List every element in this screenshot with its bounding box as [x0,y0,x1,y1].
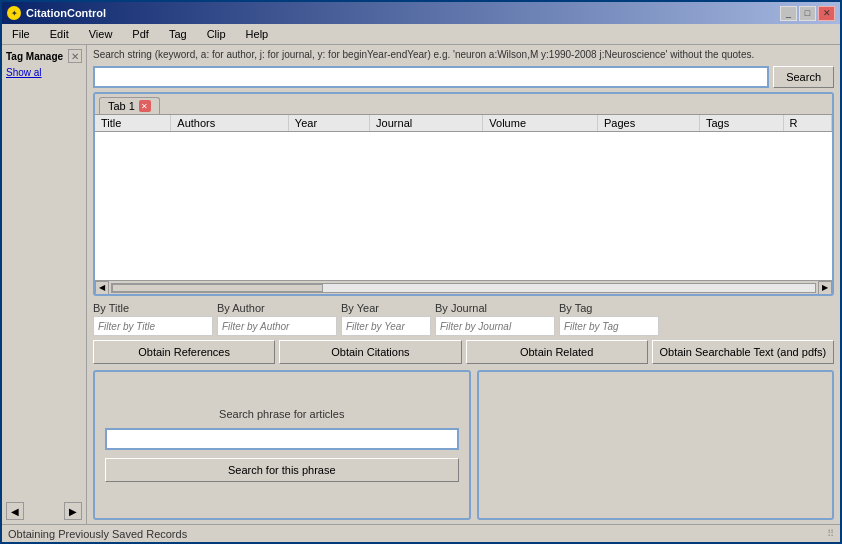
tab-container: Tab 1 ✕ Title Authors Year Journal Volum [93,92,834,296]
tab-1[interactable]: Tab 1 ✕ [99,97,160,114]
search-input-row: Search [93,66,834,88]
filter-input-year[interactable] [341,316,431,336]
sidebar: Tag Manage ✕ Show al ◀ ▶ [2,45,87,524]
window-title: CitationControl [26,7,106,19]
close-button[interactable]: ✕ [818,6,835,21]
filter-label-year: By Year [341,302,431,314]
filter-input-tag[interactable] [559,316,659,336]
tab-header: Tab 1 ✕ [95,94,832,114]
obtain-references-button[interactable]: Obtain References [93,340,275,364]
action-row: Obtain References Obtain Citations Obtai… [93,340,834,364]
obtain-related-button[interactable]: Obtain Related [466,340,648,364]
right-panel: Search string (keyword, a: for author, j… [87,45,840,524]
obtain-searchable-button[interactable]: Obtain Searchable Text (and pdfs) [652,340,834,364]
tab-1-label: Tab 1 [108,100,135,112]
filter-label-journal: By Journal [435,302,555,314]
maximize-button[interactable]: □ [799,6,816,21]
filter-label-author: By Author [217,302,337,314]
menu-help[interactable]: Help [240,26,275,42]
search-hint-row: Search string (keyword, a: for author, j… [93,49,834,60]
sidebar-title: Tag Manage [6,51,63,62]
results-table-wrapper[interactable]: Title Authors Year Journal Volume Pages … [95,114,832,280]
titlebar-left: ✦ CitationControl [7,6,106,20]
main-window: ✦ CitationControl _ □ ✕ File Edit View P… [0,0,842,544]
col-authors: Authors [171,115,288,132]
sidebar-prev-button[interactable]: ◀ [6,502,24,520]
titlebar: ✦ CitationControl _ □ ✕ [2,2,840,24]
filter-label-title: By Title [93,302,213,314]
hscroll-thumb [112,284,323,292]
col-pages: Pages [598,115,700,132]
menu-clip[interactable]: Clip [201,26,232,42]
phrase-search-input[interactable] [105,428,459,450]
hscroll-left-arrow[interactable]: ◀ [95,281,109,295]
menu-view[interactable]: View [83,26,119,42]
filter-input-author[interactable] [217,316,337,336]
tab-1-close[interactable]: ✕ [139,100,151,112]
filter-group-tag: By Tag [559,302,659,336]
right-empty-panel [477,370,835,520]
search-hint-text: Search string (keyword, a: for author, j… [93,49,834,60]
menu-edit[interactable]: Edit [44,26,75,42]
menubar: File Edit View Pdf Tag Clip Help [2,24,840,45]
filter-group-title: By Title [93,302,213,336]
bottom-section: Search phrase for articles Search for th… [93,370,834,520]
main-content: Tag Manage ✕ Show al ◀ ▶ Search string (… [2,45,840,524]
col-journal: Journal [370,115,483,132]
filter-group-author: By Author [217,302,337,336]
col-volume: Volume [483,115,598,132]
menu-file[interactable]: File [6,26,36,42]
phrase-search-label: Search phrase for articles [219,408,344,420]
hscroll-right-arrow[interactable]: ▶ [818,281,832,295]
titlebar-buttons: _ □ ✕ [780,6,835,21]
filter-input-journal[interactable] [435,316,555,336]
statusbar: Obtaining Previously Saved Records ⠿ [2,524,840,542]
sidebar-nav: ◀ ▶ [6,498,82,520]
sidebar-header: Tag Manage ✕ [6,49,82,63]
app-icon: ✦ [7,6,21,20]
statusbar-grip: ⠿ [827,528,834,539]
filter-group-year: By Year [341,302,431,336]
col-year: Year [288,115,369,132]
col-title: Title [95,115,171,132]
col-r: R [783,115,831,132]
hscroll-row: ◀ ▶ [95,280,832,294]
search-input[interactable] [93,66,769,88]
sidebar-next-button[interactable]: ▶ [64,502,82,520]
phrase-search-panel: Search phrase for articles Search for th… [93,370,471,520]
filter-input-title[interactable] [93,316,213,336]
col-tags: Tags [699,115,783,132]
minimize-button[interactable]: _ [780,6,797,21]
obtain-citations-button[interactable]: Obtain Citations [279,340,461,364]
phrase-search-button[interactable]: Search for this phrase [105,458,459,482]
filter-label-tag: By Tag [559,302,659,314]
sidebar-close-button[interactable]: ✕ [68,49,82,63]
filter-row: By Title By Author By Year By Journal By… [93,302,834,336]
status-text: Obtaining Previously Saved Records [8,528,187,540]
sidebar-show-all[interactable]: Show al [6,67,82,78]
hscroll-track[interactable] [111,283,816,293]
search-button[interactable]: Search [773,66,834,88]
results-table: Title Authors Year Journal Volume Pages … [95,115,832,132]
menu-tag[interactable]: Tag [163,26,193,42]
menu-pdf[interactable]: Pdf [126,26,155,42]
filter-group-journal: By Journal [435,302,555,336]
